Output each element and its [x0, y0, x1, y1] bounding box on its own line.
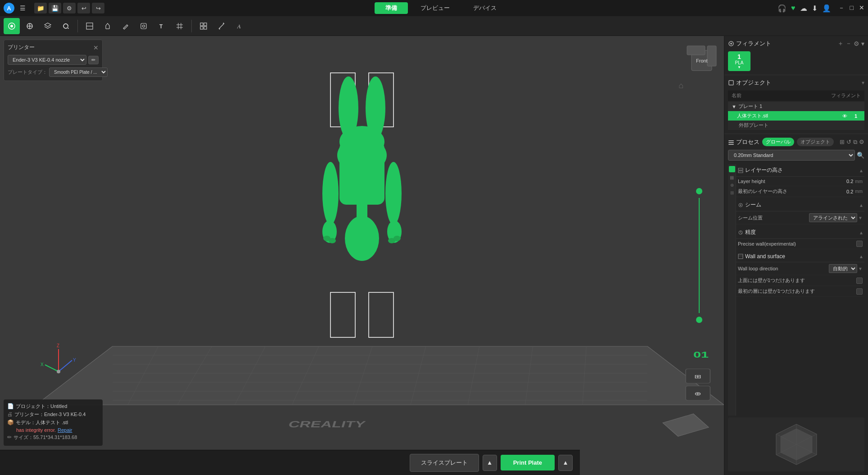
- process-list-view[interactable]: ⊞: [840, 139, 845, 146]
- tool-cut[interactable]: [81, 18, 98, 34]
- tool-support[interactable]: [99, 18, 116, 34]
- tool-info[interactable]: A: [231, 18, 248, 34]
- model-filament-badge[interactable]: 1: [851, 113, 861, 119]
- wall-collapse[interactable]: ▴: [860, 253, 863, 260]
- orientation-cube[interactable]: Front: [683, 41, 719, 77]
- z-slider-top[interactable]: [696, 188, 702, 194]
- settings-sidebar-icon2[interactable]: ▦: [730, 175, 734, 180]
- filament-slot: 1 PLA ▼: [728, 51, 864, 71]
- filament-actions: ＋ － ⚙ ▾: [837, 40, 864, 48]
- svg-point-26: [322, 162, 339, 225]
- printer-panel-close[interactable]: ✕: [93, 44, 99, 51]
- layer-collapse[interactable]: ▴: [860, 167, 863, 174]
- hamburger-icon[interactable]: ☰: [18, 4, 27, 13]
- filament-remove[interactable]: －: [845, 40, 852, 48]
- nav-settings[interactable]: ⚙: [63, 3, 76, 13]
- object-item-model[interactable]: 人体テスト.stl 👁 1: [728, 111, 864, 121]
- cloud-icon[interactable]: ☁: [800, 4, 807, 13]
- filament-header: フィラメント ＋ － ⚙ ▾: [728, 40, 864, 48]
- tool-mesh[interactable]: [172, 18, 188, 34]
- tool-seam[interactable]: [136, 18, 152, 34]
- tab-prepare[interactable]: 準備: [375, 2, 408, 14]
- tool-arrange[interactable]: [195, 18, 212, 34]
- toolbar-separator-1: [77, 20, 78, 32]
- visibility-icon[interactable]: 👁: [842, 113, 847, 119]
- svg-rect-18: [707, 46, 716, 66]
- preset-select[interactable]: 0.20mm Standard: [728, 150, 855, 161]
- filament-settings[interactable]: ⚙: [854, 40, 859, 48]
- group-plate1-header[interactable]: ▼ プレート 1: [728, 102, 864, 111]
- settings-sidebar-active[interactable]: [729, 166, 735, 172]
- model-name: 人体テスト.stl: [737, 112, 842, 119]
- home-button[interactable]: ⌂: [678, 81, 683, 90]
- tab-device[interactable]: デバイス: [462, 2, 507, 14]
- slice-button[interactable]: スライスプレート: [410, 454, 479, 472]
- tool-paint[interactable]: [118, 18, 134, 34]
- svg-text:CREALITY: CREALITY: [287, 419, 367, 430]
- print-expand-button[interactable]: ▲: [558, 455, 573, 471]
- svg-marker-39: [36, 346, 724, 405]
- seam-pos-select[interactable]: アラインされた: [809, 213, 857, 222]
- process-settings[interactable]: ⚙: [859, 139, 864, 146]
- first-wall-checkbox[interactable]: [856, 288, 863, 295]
- object-collapse[interactable]: ▾: [862, 80, 864, 86]
- printer-edit-button[interactable]: ✏: [88, 56, 99, 64]
- seam-header[interactable]: シーム ▴: [736, 199, 864, 211]
- layer-height-value: 0.2 mm: [846, 179, 863, 184]
- file-icon: 📄: [7, 403, 14, 409]
- filament-add[interactable]: ＋: [837, 40, 844, 48]
- process-reset[interactable]: ↺: [846, 139, 851, 146]
- external-plate-item[interactable]: 外部プレート: [728, 121, 864, 130]
- print-plate-button[interactable]: Print Plate: [501, 455, 555, 471]
- object-title: オブジェクト: [728, 79, 771, 87]
- settings-sidebar-icon4[interactable]: ⊞: [730, 190, 734, 195]
- user-icon[interactable]: 👤: [822, 4, 831, 13]
- slice-expand-button[interactable]: ▲: [483, 455, 497, 471]
- preset-search[interactable]: 🔍: [857, 152, 864, 159]
- tab-preview[interactable]: プレビュー: [410, 2, 461, 14]
- nav-folder[interactable]: 📁: [34, 3, 47, 13]
- tool-measure[interactable]: [213, 18, 230, 34]
- tool-text[interactable]: T: [154, 18, 170, 34]
- tool-select[interactable]: [4, 18, 20, 34]
- wall-loop-select[interactable]: 自動的: [829, 264, 857, 273]
- z-slider[interactable]: [696, 188, 702, 323]
- plate-type-select[interactable]: Smooth PEI Plate / ...: [49, 67, 108, 77]
- close-button[interactable]: ✕: [859, 4, 864, 12]
- wall-header[interactable]: Wall and surface ▴: [736, 251, 864, 262]
- top-wall-checkbox[interactable]: [856, 278, 863, 284]
- svg-text:⊞: ⊞: [694, 374, 701, 379]
- minimize-button[interactable]: －: [838, 4, 845, 12]
- settings-list: レイヤーの高さ ▴ Layer height 0.2 mm: [736, 164, 864, 416]
- heart-icon[interactable]: ♥: [791, 4, 796, 12]
- info-panel: 📄 プロジェクト：Untitled 🖨 プリンター：Ender-3 V3 KE-…: [4, 399, 103, 446]
- repair-link[interactable]: Repair: [58, 427, 72, 433]
- download-icon[interactable]: ⬇: [812, 4, 818, 13]
- settings-sidebar-icon3[interactable]: ⊕: [730, 183, 734, 188]
- precision-collapse[interactable]: ▴: [860, 229, 863, 236]
- maximize-button[interactable]: □: [850, 4, 854, 12]
- z-slider-bottom[interactable]: [696, 317, 702, 323]
- nav-save[interactable]: 💾: [49, 3, 61, 13]
- filament-1-button[interactable]: 1 PLA ▼: [728, 51, 750, 71]
- tool-move[interactable]: [22, 18, 38, 34]
- headphone-icon[interactable]: 🎧: [778, 4, 787, 13]
- tab-global[interactable]: グローバル: [762, 138, 794, 146]
- viewport-area[interactable]: プリンター ✕ Ender-3 V3 KE-0.4 nozzle ✏ プレートタ…: [0, 36, 724, 475]
- svg-rect-75: [738, 168, 743, 170]
- tool-rotate[interactable]: [58, 18, 74, 34]
- nav-redo[interactable]: ↪: [92, 3, 104, 13]
- tool-layers[interactable]: [40, 18, 56, 34]
- tab-object[interactable]: オブジェクト: [797, 138, 834, 146]
- seam-collapse[interactable]: ▴: [860, 202, 863, 208]
- process-copy[interactable]: ⧉: [853, 139, 857, 146]
- precise-wall-checkbox[interactable]: [856, 241, 863, 247]
- filament-collapse[interactable]: ▾: [861, 40, 864, 48]
- layer-height-header[interactable]: レイヤーの高さ ▴: [736, 164, 864, 177]
- precision-header[interactable]: 精度 ▴: [736, 226, 864, 239]
- printer-info: 🖨 プリンター：Ender-3 V3 KE-0.4: [7, 411, 99, 418]
- main-tabs: 準備 プレビュー デバイス: [375, 2, 507, 14]
- seam-pos-label: シーム位置: [738, 215, 809, 221]
- nav-undo[interactable]: ↩: [77, 3, 90, 13]
- printer-select[interactable]: Ender-3 V3 KE-0.4 nozzle: [8, 55, 86, 65]
